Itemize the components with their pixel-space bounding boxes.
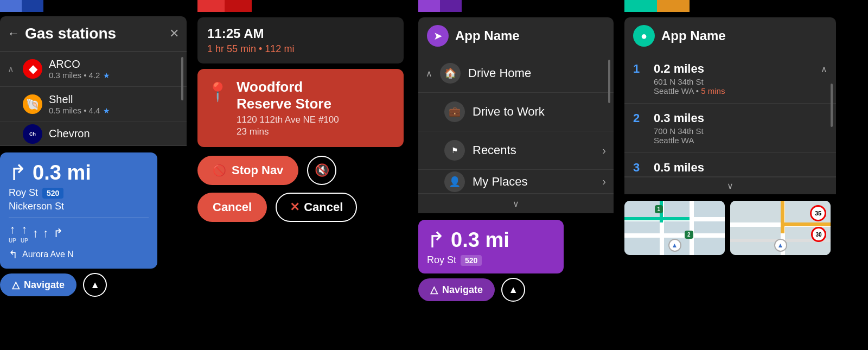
shell-logo: 🐚: [23, 94, 42, 114]
panel-drive-home: ➤ App Name ∧ 🏠 Drive Home ∧ 💼 Drive to W…: [418, 0, 624, 350]
chevron-up-icon: ∧: [426, 68, 432, 79]
direction-street: 700 N 34th St Seattle WA: [654, 126, 827, 145]
map-badge-1: 1: [655, 205, 663, 213]
nav-route-badge: 520: [461, 255, 482, 266]
direction-info: 0.5 miles: [654, 161, 827, 175]
navigate-icon: △: [12, 279, 20, 291]
list-item[interactable]: ∧ 🐚 Shell 0.5 miles • 4.4 ★: [0, 87, 187, 122]
star-icon: ★: [103, 106, 110, 115]
location-circle-button-purple[interactable]: ▲: [501, 278, 525, 302]
turn-arrow-icon: ↱: [9, 160, 27, 185]
arco-logo: ◆: [23, 59, 42, 79]
navigate-button-purple[interactable]: △ Navigate: [418, 278, 495, 301]
color-swatch-orange: [657, 0, 690, 12]
scrollbar[interactable]: [181, 57, 183, 100]
color-swatch-blue: [0, 0, 22, 12]
back-icon[interactable]: ←: [8, 27, 20, 41]
gas-item-info: ARCO 0.3 miles • 4.2 ★: [49, 58, 179, 80]
navigate-button[interactable]: △ Navigate: [0, 273, 76, 296]
gas-item-info: Shell 0.5 miles • 4.4 ★: [49, 93, 179, 115]
scrollbar-4[interactable]: [831, 84, 833, 127]
app-name-4: App Name: [661, 28, 726, 43]
mute-button[interactable]: 🔇: [307, 156, 336, 185]
map-badge-2: 2: [685, 231, 693, 239]
color-swatch-red: [197, 0, 225, 12]
location-circle-button[interactable]: ▲: [83, 273, 107, 297]
direction-item[interactable]: 3 0.5 miles: [624, 153, 836, 177]
lane-arrow-icon: ↑: [43, 226, 49, 240]
nav-distance-text: 0.3 mi: [451, 228, 509, 252]
lane-item: ↑ UP: [21, 222, 28, 244]
gas-stations-title: Gas stations: [25, 25, 164, 42]
list-scroll-down-4[interactable]: ∨: [624, 177, 836, 194]
direction-number: 2: [633, 111, 646, 125]
list-item[interactable]: ∧ 👤 My Places ›: [418, 170, 614, 194]
chevron-logo: Ch: [23, 124, 42, 144]
scrollbar-3[interactable]: [608, 60, 610, 103]
app-name-3: App Name: [455, 28, 520, 43]
direction-number: 3: [633, 161, 646, 175]
cancel-button-1[interactable]: Cancel: [197, 193, 267, 222]
navigation-card: ↱ 0.3 mi Roy St 520 Nickerson St ↑ UP ↑ …: [0, 152, 157, 269]
gas-item-name: ARCO: [49, 58, 179, 71]
list-item[interactable]: ∧ 💼 Drive to Work: [418, 93, 614, 131]
direction-item[interactable]: 2 0.3 miles 700 N 34th St Seattle WA: [624, 104, 836, 153]
gas-item-info: Chevron: [49, 128, 179, 140]
list-item[interactable]: ∧ ◆ ARCO 0.3 miles • 4.2 ★: [0, 52, 187, 87]
stop-nav-area: 🚫 Stop Nav 🔇: [197, 156, 336, 185]
drive-item-label: Recents: [473, 143, 595, 157]
lane-item: ↑: [43, 226, 49, 240]
color-bar-1: [0, 0, 43, 12]
list-item[interactable]: ∧ ⚑ Recents ›: [418, 131, 614, 170]
map-nav-arrow-icon: ▲: [668, 239, 681, 252]
app-header-4: ● App Name: [624, 17, 836, 54]
lane-item: ↱: [53, 226, 63, 240]
color-swatch-teal: [624, 0, 657, 12]
gas-stations-list: ∧ ◆ ARCO 0.3 miles • 4.2 ★ ∧ 🐚 Shell 0.5…: [0, 51, 187, 146]
direction-distance: 0.2 miles: [654, 62, 813, 76]
lane-arrow-icon: ↑: [33, 226, 39, 240]
secondary-turn-icon: ↰: [9, 248, 18, 261]
list-scroll-down[interactable]: ∨: [418, 194, 614, 213]
direction-info: 0.2 miles 601 N 34th St Seattle WA • 5 m…: [654, 62, 813, 96]
panel-directions: ● App Name 1 0.2 miles 601 N 34th St Sea…: [624, 0, 848, 350]
destination-address: 1120 112th Ave NE #100: [237, 114, 339, 125]
direction-street: 601 N 34th St Seattle WA • 5 mins: [654, 77, 813, 96]
direction-item[interactable]: 1 0.2 miles 601 N 34th St Seattle WA • 5…: [624, 54, 836, 104]
nav-distance-text: 0.3 mi: [33, 161, 91, 184]
nav-distance-row: ↱ 0.3 mi: [427, 227, 555, 252]
chevron-right-icon: ›: [602, 175, 606, 188]
direction-distance: 0.3 miles: [654, 111, 827, 125]
map-thumbnail-2[interactable]: 35 30 ▲: [730, 201, 831, 255]
speed-limit-sign-30: 30: [811, 227, 826, 242]
drive-list: ∧ 🏠 Drive Home ∧ 💼 Drive to Work ∧ ⚑ Rec…: [418, 54, 614, 213]
nav-street-name: Roy St: [9, 187, 38, 199]
cancel-x-icon: ✕: [290, 200, 299, 214]
list-item[interactable]: ∧ 🏠 Drive Home: [418, 54, 614, 93]
cancel-label-2: Cancel: [304, 200, 343, 214]
arrival-time: 11:25 AM: [207, 26, 394, 41]
chevron-up-icon: ∧: [821, 64, 827, 74]
nav-street-line: Roy St 520: [9, 187, 149, 199]
eta-text: 1 hr 55 min • 112 mi: [207, 43, 394, 55]
drive-recents-icon: ⚑: [444, 140, 465, 161]
map-road: [690, 201, 694, 255]
stop-nav-icon: 🚫: [213, 164, 226, 177]
map-route-orange-v: [781, 201, 784, 233]
gas-item-sub: 0.5 miles • 4.4 ★: [49, 106, 179, 115]
nav-secondary-row: ↰ Aurora Ave N: [9, 248, 149, 261]
list-item[interactable]: ∧ Ch Chevron: [0, 122, 187, 146]
drive-item-label: My Places: [473, 175, 595, 189]
chevron-down-icon: ∨: [727, 181, 733, 191]
mute-icon: 🔇: [315, 163, 329, 177]
destination-duration: 23 mins: [237, 126, 339, 137]
close-icon[interactable]: ✕: [169, 27, 179, 41]
destination-card: 📍 WoodfordReserve Store 1120 112th Ave N…: [197, 69, 404, 147]
gas-stations-header: ← Gas stations ✕: [0, 16, 187, 51]
stop-nav-button[interactable]: 🚫 Stop Nav: [197, 156, 298, 185]
drive-work-icon: 💼: [444, 101, 465, 122]
color-swatch-darkred: [225, 0, 252, 12]
navigate-label: Navigate: [24, 279, 65, 291]
cancel-button-2[interactable]: ✕ Cancel: [276, 193, 357, 222]
map-thumbnail-1[interactable]: 1 2 ▲: [624, 201, 725, 255]
